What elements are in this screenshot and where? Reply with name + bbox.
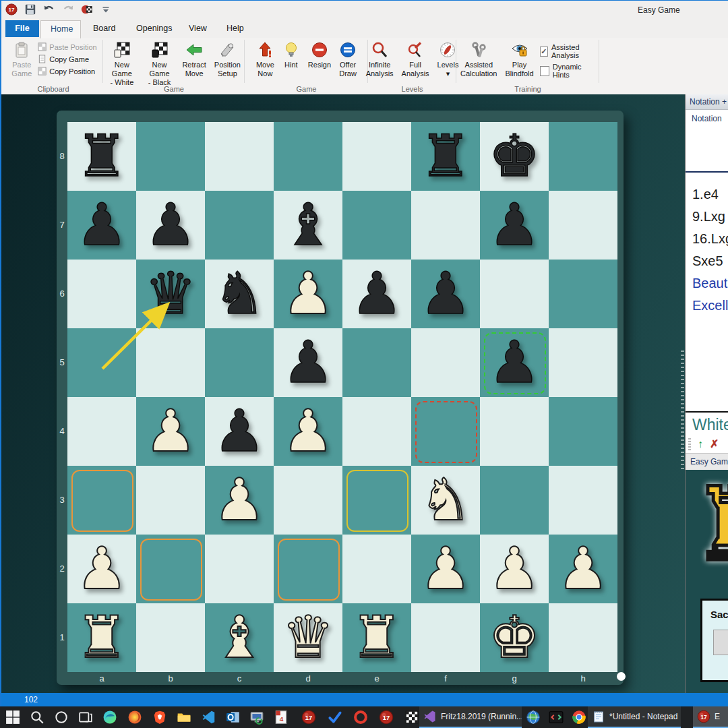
- square-f5[interactable]: [411, 328, 480, 397]
- square-c7[interactable]: [205, 191, 274, 260]
- square-e2[interactable]: [342, 535, 411, 603]
- taskbar-brave-icon[interactable]: [152, 710, 167, 725]
- play-blindfold-button[interactable]: PlayBlindfold: [503, 39, 535, 78]
- square-h8[interactable]: [549, 122, 617, 191]
- black-pawn-b7[interactable]: ♟: [136, 191, 205, 260]
- notation-pane-header[interactable]: Notation +: [686, 94, 728, 110]
- black-pawn-a7[interactable]: ♟: [67, 191, 136, 260]
- square-h6[interactable]: [549, 260, 617, 328]
- square-a4[interactable]: [67, 397, 136, 466]
- white-pawn-c3[interactable]: ♟: [205, 466, 274, 535]
- taskbar-search-icon[interactable]: [30, 710, 44, 725]
- square-h7[interactable]: [549, 191, 617, 260]
- undo-icon[interactable]: [43, 3, 55, 16]
- taskbar-edge-icon[interactable]: [102, 710, 117, 725]
- taskbar-check-icon[interactable]: [328, 710, 342, 725]
- tab-openings[interactable]: Openings: [127, 20, 177, 37]
- taskbar-taskview-icon[interactable]: [78, 710, 93, 725]
- square-f1[interactable]: [411, 603, 480, 672]
- qat-dropdown-icon[interactable]: [100, 3, 112, 16]
- offer-draw-button[interactable]: OfferDraw: [337, 39, 359, 78]
- taskbar-folder-icon[interactable]: [177, 710, 191, 725]
- paste-game-button[interactable]: PasteGame: [9, 39, 34, 78]
- notation-move[interactable]: 16.Lxg: [692, 228, 728, 250]
- square-c5[interactable]: [205, 328, 274, 397]
- levels-button[interactable]: Levels▾: [435, 39, 461, 78]
- taskbar-globe-icon[interactable]: [526, 710, 541, 725]
- square-g4[interactable]: [480, 397, 549, 466]
- square-e5[interactable]: [342, 328, 411, 397]
- notation-move[interactable]: 1.e4: [692, 183, 728, 206]
- copy-game-button[interactable]: Copy Game: [38, 54, 96, 64]
- new-game-white-button[interactable]: New Game- White: [105, 39, 139, 87]
- square-a6[interactable]: [67, 260, 136, 328]
- square-d3[interactable]: [274, 466, 342, 535]
- engine-icon[interactable]: [81, 3, 93, 16]
- black-rook-f8[interactable]: ♜: [411, 122, 480, 191]
- tab-file[interactable]: File: [5, 20, 39, 37]
- resign-button[interactable]: Resign: [306, 39, 333, 69]
- square-d8[interactable]: [274, 122, 342, 191]
- black-rook-a8[interactable]: ♜: [67, 122, 136, 191]
- black-bishop-d7[interactable]: ♝: [274, 191, 342, 260]
- taskbar-console-icon[interactable]: [549, 710, 564, 725]
- square-h3[interactable]: [549, 466, 617, 535]
- drag-handle[interactable]: [688, 438, 691, 450]
- black-king-g8[interactable]: ♚: [480, 122, 549, 191]
- square-g3[interactable]: [480, 466, 549, 535]
- taskbar-chrome-icon[interactable]: [572, 710, 586, 725]
- square-g6[interactable]: [480, 260, 549, 328]
- black-pawn-g7[interactable]: ♟: [480, 191, 549, 260]
- taskbar-firefox-icon[interactable]: [127, 710, 142, 725]
- taskbar-fritz17-icon[interactable]: 17: [301, 710, 316, 725]
- square-b8[interactable]: [136, 122, 205, 191]
- chess-board[interactable]: ♜♜♚♟♟♝♟♛♞♟♟♟♟♟♟♟♟♟♞♟♟♟♟♜♝♛♜♚: [67, 122, 617, 672]
- black-knight-c6[interactable]: ♞: [205, 260, 274, 328]
- tab-notation[interactable]: Notation: [686, 110, 728, 127]
- white-pawn-h2[interactable]: ♟: [549, 535, 617, 603]
- paste-position-button[interactable]: Paste Position: [38, 42, 96, 52]
- notation-move[interactable]: 9.Lxg: [692, 206, 728, 228]
- taskbar-remote-icon[interactable]: [249, 710, 264, 725]
- panel-splitter[interactable]: [681, 351, 684, 472]
- tab-home[interactable]: Home: [40, 20, 81, 38]
- white-pawn-a2[interactable]: ♟: [67, 535, 136, 603]
- tab-board[interactable]: Board: [84, 20, 124, 37]
- tab-help[interactable]: Help: [217, 20, 252, 37]
- arrow-up-green-icon[interactable]: ↑: [698, 438, 703, 450]
- taskbar-fritz17-icon[interactable]: 17: [379, 710, 394, 725]
- black-pawn-g5[interactable]: ♟: [480, 328, 549, 397]
- square-b3[interactable]: [136, 466, 205, 535]
- square-b5[interactable]: [136, 328, 205, 397]
- white-pawn-d6[interactable]: ♟: [274, 260, 342, 328]
- hint-button[interactable]: Hint: [280, 39, 302, 69]
- white-pawn-d4[interactable]: ♟: [274, 397, 342, 466]
- square-h5[interactable]: [549, 328, 617, 397]
- taskbar-opera-icon[interactable]: [353, 710, 368, 725]
- copy-position-button[interactable]: Copy Position: [38, 66, 96, 76]
- white-pawn-b4[interactable]: ♟: [136, 397, 205, 466]
- red-x-icon[interactable]: ✗: [710, 437, 719, 450]
- checkbox-dynamic-hints[interactable]: Dynamic Hints: [540, 63, 597, 79]
- taskbar-vscode-icon[interactable]: [202, 710, 216, 725]
- white-rook-e1[interactable]: ♜: [342, 603, 411, 672]
- tab-view[interactable]: View: [179, 20, 214, 37]
- black-pawn-e6[interactable]: ♟: [342, 260, 411, 328]
- square-e8[interactable]: [342, 122, 411, 191]
- notation-move[interactable]: Sxe5: [692, 250, 728, 272]
- taskbar-cortana-icon[interactable]: [54, 710, 69, 725]
- taskbar-reader4-icon[interactable]: 4: [274, 710, 289, 725]
- square-a5[interactable]: [67, 328, 136, 397]
- white-bishop-c1[interactable]: ♝: [205, 603, 274, 672]
- square-h4[interactable]: [549, 397, 617, 466]
- taskbar-start-icon[interactable]: [5, 710, 20, 725]
- infinite-analysis-button[interactable]: InfiniteAnalysis: [364, 39, 396, 78]
- square-f7[interactable]: [411, 191, 480, 260]
- sacrifice-button[interactable]: [713, 630, 728, 655]
- square-e4[interactable]: [342, 397, 411, 466]
- taskbar-chessflag-icon[interactable]: [404, 710, 419, 725]
- square-h1[interactable]: [549, 603, 617, 672]
- checkbox-assisted-analysis[interactable]: ✓Assisted Analysis: [540, 43, 597, 59]
- board-resize-handle[interactable]: [617, 672, 626, 681]
- white-knight-f3[interactable]: ♞: [411, 466, 480, 535]
